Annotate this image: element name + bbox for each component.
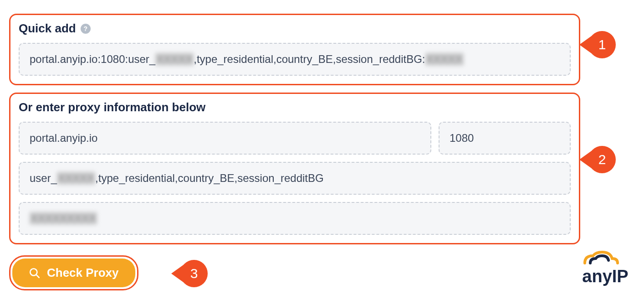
callout-2: 2	[588, 146, 616, 173]
callout-3-number: 3	[190, 266, 198, 281]
help-icon[interactable]: ?	[81, 24, 91, 34]
host-input[interactable]: portal.anyip.io	[19, 122, 431, 155]
search-icon	[29, 267, 41, 279]
username-row: user_XXXXX,type_residential,country_BE,s…	[19, 162, 571, 195]
password-blur: XXXXXXXXX	[30, 212, 97, 225]
quick-add-title: Quick add	[19, 21, 76, 36]
quick-add-text-prefix: portal.anyip.io:1080:user_	[30, 53, 155, 66]
password-input[interactable]: XXXXXXXXX	[19, 202, 571, 235]
port-input[interactable]: 1080	[439, 122, 571, 155]
host-value: portal.anyip.io	[30, 132, 97, 145]
port-value: 1080	[450, 132, 474, 145]
quick-add-title-row: Quick add ?	[19, 21, 571, 36]
check-proxy-wrap: Check Proxy	[9, 255, 138, 290]
manual-proxy-panel: Or enter proxy information below portal.…	[9, 93, 580, 244]
password-row: XXXXXXXXX	[19, 202, 571, 235]
quick-add-blur1: XXXXX	[155, 53, 194, 66]
username-blur: XXXXX	[57, 172, 95, 185]
callout-3: 3	[180, 260, 208, 287]
username-input[interactable]: user_XXXXX,type_residential,country_BE,s…	[19, 162, 571, 195]
username-prefix: user_	[30, 172, 57, 185]
anyip-logo: anyIP	[580, 249, 630, 286]
username-suffix: ,type_residential,country_BE,session_red…	[95, 172, 324, 185]
quick-add-blur2: XXXXX	[425, 53, 464, 66]
check-proxy-label: Check Proxy	[47, 266, 119, 280]
check-proxy-button[interactable]: Check Proxy	[12, 259, 135, 287]
callout-1: 1	[588, 31, 616, 58]
quick-add-input[interactable]: portal.anyip.io:1080:user_XXXXX,type_res…	[19, 43, 571, 76]
manual-title: Or enter proxy information below	[19, 100, 571, 114]
logo-icon	[580, 249, 630, 267]
logo-text: anyIP	[582, 267, 628, 286]
svg-line-1	[36, 274, 39, 278]
quick-add-panel: Quick add ? portal.anyip.io:1080:user_XX…	[9, 14, 580, 85]
callout-2-number: 2	[598, 152, 606, 167]
quick-add-text-middle: ,type_residential,country_BE,session_red…	[194, 53, 425, 66]
host-port-row: portal.anyip.io 1080	[19, 122, 571, 155]
callout-1-number: 1	[598, 37, 606, 52]
